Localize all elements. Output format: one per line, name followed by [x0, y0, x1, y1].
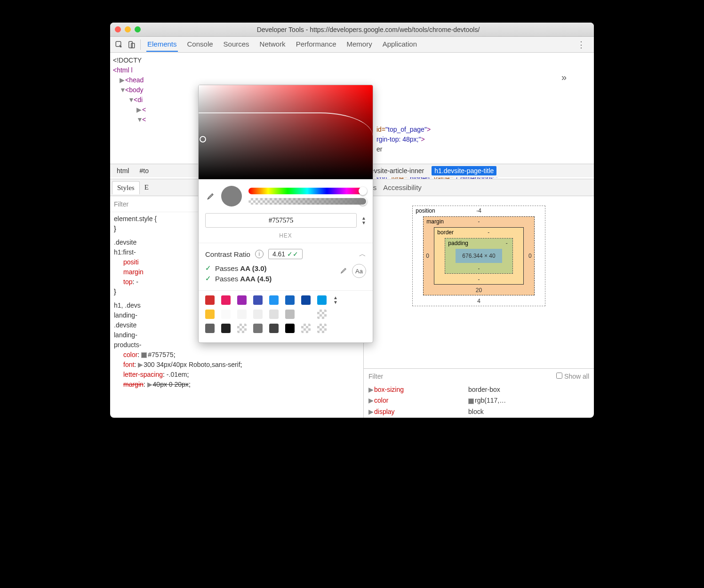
- format-stepper[interactable]: ▲▼: [361, 216, 366, 225]
- palette-swatch[interactable]: [253, 295, 263, 305]
- doctype-node: <!DOCTY: [113, 56, 142, 64]
- palette-stepper[interactable]: ▲▼: [333, 295, 338, 305]
- tab-console[interactable]: Console: [186, 37, 214, 52]
- computed-tabs: ies Accessibility: [364, 179, 594, 196]
- show-all-checkbox[interactable]: [556, 373, 562, 379]
- palette-swatch[interactable]: [237, 310, 247, 319]
- contrast-ratio-value: 4.61 ✓✓: [268, 249, 303, 259]
- div-node[interactable]: <di: [134, 96, 143, 103]
- current-color-swatch: [221, 186, 242, 207]
- alpha-slider[interactable]: [248, 198, 366, 205]
- palette-swatch[interactable]: [317, 310, 327, 319]
- palette-swatch[interactable]: [205, 310, 215, 319]
- info-icon[interactable]: i: [255, 250, 264, 258]
- tab-performance[interactable]: Performance: [295, 37, 337, 52]
- palette-swatch[interactable]: [285, 310, 295, 319]
- body-node[interactable]: <body: [125, 86, 144, 94]
- palette-swatch[interactable]: [285, 295, 295, 305]
- palette-swatch[interactable]: [301, 310, 311, 319]
- saturation-cursor[interactable]: [200, 136, 206, 143]
- html-node[interactable]: <html l: [113, 66, 133, 74]
- tab-network[interactable]: Network: [259, 37, 287, 52]
- zoom-window-icon[interactable]: [135, 26, 141, 32]
- text-sample-icon[interactable]: Aa: [352, 264, 366, 278]
- palette-swatch[interactable]: [269, 295, 279, 305]
- svg-rect-1: [129, 41, 133, 48]
- palette-swatch[interactable]: [317, 295, 327, 305]
- palette-swatch[interactable]: [301, 295, 311, 305]
- palette-swatch[interactable]: [253, 310, 263, 319]
- computed-properties-list: ▶box-sizingborder-box ▶colorrgb(117,… ▶d…: [364, 384, 594, 418]
- palette-swatch[interactable]: [301, 324, 311, 333]
- device-toggle-icon[interactable]: [125, 39, 137, 51]
- tab-application[interactable]: Application: [382, 37, 418, 52]
- palette-swatch[interactable]: [205, 324, 215, 333]
- inspect-element-icon[interactable]: [113, 39, 125, 51]
- hue-slider[interactable]: [248, 188, 366, 194]
- palette-swatch[interactable]: [221, 324, 231, 333]
- palette-swatch[interactable]: [221, 310, 231, 319]
- close-window-icon[interactable]: [115, 26, 121, 32]
- window-title: Developer Tools - https://developers.goo…: [147, 26, 589, 33]
- color-picker-popover: ▲▼ HEX Contrast Ratio i 4.61 ✓✓ ︿ Aa ✓Pa…: [198, 85, 373, 343]
- breadcrumb-item-selected[interactable]: h1.devsite-page-title: [432, 166, 496, 175]
- box-model-diagram: position -4 margin - 0 0 border - paddin…: [364, 196, 594, 368]
- kebab-menu-icon[interactable]: ⋮: [571, 40, 591, 50]
- hex-label: HEX: [199, 232, 373, 239]
- computed-row[interactable]: display: [374, 406, 468, 418]
- palette-swatch[interactable]: [205, 295, 215, 305]
- tab-accessibility[interactable]: Accessibility: [383, 183, 422, 191]
- devtools-toolbar: Elements Console Sources Network Perform…: [110, 37, 594, 53]
- head-node[interactable]: <head: [125, 76, 144, 84]
- eyedropper-icon[interactable]: [205, 191, 215, 201]
- pick-bg-eyedropper-icon[interactable]: [339, 266, 347, 276]
- palette-swatch[interactable]: [253, 324, 263, 333]
- computed-row[interactable]: box-sizing: [374, 384, 468, 396]
- svg-rect-2: [131, 43, 135, 48]
- computed-filter-input[interactable]: Filter: [368, 373, 383, 380]
- sidebar-tab-event[interactable]: E: [140, 181, 153, 194]
- palette-swatch[interactable]: [237, 295, 247, 305]
- palette-swatch[interactable]: [285, 324, 295, 333]
- hex-input[interactable]: [205, 213, 357, 228]
- computed-row[interactable]: color: [374, 395, 468, 406]
- sidebar-tab-styles[interactable]: Styles: [112, 181, 140, 194]
- palette-swatches: ▲▼: [199, 290, 373, 342]
- titlebar: Developer Tools - https://developers.goo…: [110, 23, 594, 37]
- check-icon: ✓: [205, 264, 211, 272]
- tab-elements[interactable]: Elements: [146, 37, 178, 52]
- color-swatch-icon[interactable]: [141, 352, 147, 358]
- palette-swatch[interactable]: [221, 295, 231, 305]
- palette-swatch[interactable]: [269, 324, 279, 333]
- palette-swatch[interactable]: [269, 310, 279, 319]
- breadcrumb-item[interactable]: html: [114, 166, 132, 175]
- collapse-contrast-icon[interactable]: ︿: [359, 250, 366, 259]
- tab-memory[interactable]: Memory: [346, 37, 373, 52]
- check-icon: ✓: [205, 274, 211, 283]
- saturation-field[interactable]: [199, 85, 373, 179]
- breadcrumb-item[interactable]: #to: [136, 166, 151, 175]
- tab-sources[interactable]: Sources: [223, 37, 250, 52]
- contrast-ratio-label: Contrast Ratio: [205, 250, 250, 258]
- palette-swatch[interactable]: [237, 324, 247, 333]
- palette-swatch[interactable]: [317, 324, 327, 333]
- box-model-content: 676.344 × 40: [456, 249, 502, 263]
- styles-filter-input[interactable]: Filter: [114, 200, 128, 208]
- minimize-window-icon[interactable]: [125, 26, 131, 32]
